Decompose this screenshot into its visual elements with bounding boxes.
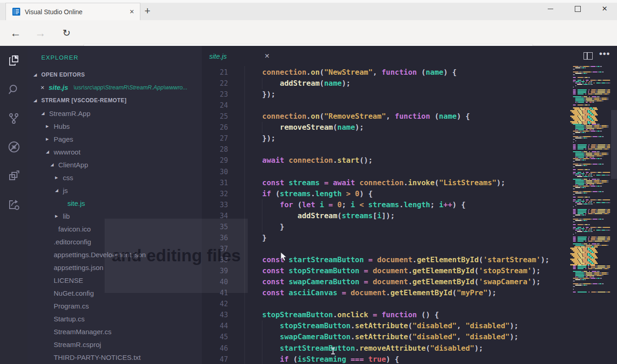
code-line[interactable]: connection.on("RemoveStream", function (… bbox=[245, 111, 470, 122]
scrollbar-thumb[interactable] bbox=[611, 110, 617, 179]
video-watermark: and editing files bbox=[105, 219, 248, 293]
code-line[interactable]: const streams = await connection.invoke(… bbox=[245, 177, 505, 188]
editor-group: site.js ✕ ••• 21222324252627282930313233… bbox=[202, 46, 617, 364]
forward-button: → bbox=[32, 20, 49, 46]
tree-item-streamr-csproj[interactable]: StreamR.csproj bbox=[28, 338, 202, 351]
tree-item-startup-cs[interactable]: Startup.cs bbox=[28, 312, 202, 325]
tree-expanded-icon[interactable]: ◢ bbox=[46, 149, 54, 154]
editor-more-actions-icon[interactable]: ••• bbox=[599, 49, 610, 59]
tree-item-label: lib bbox=[63, 212, 70, 220]
code-line[interactable]: connection.on("NewStream", function (nam… bbox=[245, 67, 456, 78]
code-line[interactable]: const asciiCanvas = document.getElementB… bbox=[245, 287, 496, 298]
search-icon[interactable] bbox=[0, 75, 28, 104]
line-number: 46 bbox=[202, 343, 228, 354]
open-editors-header[interactable]: ◢ OPEN EDITORS bbox=[28, 68, 202, 81]
code-line[interactable]: } bbox=[245, 221, 284, 232]
editor-tab-close-icon[interactable]: ✕ bbox=[264, 52, 270, 60]
text-cursor-ibeam bbox=[331, 347, 335, 355]
line-number: 33 bbox=[202, 199, 228, 210]
tree-item-label: css bbox=[63, 174, 73, 182]
tree-item-streammanager-cs[interactable]: StreamManager.cs bbox=[28, 325, 202, 338]
minimap-row bbox=[570, 292, 610, 300]
editor-tab-sitejs[interactable]: site.js ✕ bbox=[202, 46, 275, 66]
tree-item-label: NuGet.config bbox=[54, 289, 94, 297]
code-line[interactable]: const stopStreamButton = document.getEle… bbox=[245, 265, 540, 276]
tree-item-label: Program.cs bbox=[54, 302, 89, 310]
browser-tab-title: Visual Studio Online bbox=[25, 8, 129, 16]
line-number: 26 bbox=[202, 122, 228, 133]
window-close-button[interactable]: ✕ bbox=[598, 3, 611, 15]
tree-collapsed-icon[interactable]: ▶ bbox=[55, 214, 63, 218]
sidebar-title: EXPLORER bbox=[41, 54, 78, 61]
tree-item-label: THIRD-PARTY-NOTICES.txt bbox=[54, 353, 141, 361]
tab-close-icon[interactable]: ✕ bbox=[129, 8, 134, 15]
tree-item-label: site.js bbox=[67, 199, 85, 207]
tree-collapsed-icon[interactable]: ▶ bbox=[46, 137, 54, 141]
tree-item-label: Hubs bbox=[54, 122, 70, 130]
line-number: 25 bbox=[202, 111, 228, 122]
tree-collapsed-icon[interactable]: ▶ bbox=[46, 124, 54, 128]
code-line[interactable]: stopStreamButton.onclick = function () { bbox=[245, 309, 439, 320]
refresh-button[interactable]: ↻ bbox=[58, 20, 75, 46]
source-control-icon[interactable] bbox=[0, 104, 28, 132]
window-minimize-button[interactable] bbox=[544, 3, 557, 15]
line-number: 27 bbox=[202, 133, 228, 144]
tree-expanded-icon[interactable]: ◢ bbox=[50, 162, 58, 167]
open-editor-item-sitejs[interactable]: ✕ site.js \usr\src\app\StreamR\StreamR.A… bbox=[28, 82, 202, 94]
code-line[interactable]: }); bbox=[245, 133, 275, 144]
new-tab-button[interactable]: + bbox=[145, 6, 150, 16]
code-line[interactable]: removeStream(name); bbox=[245, 122, 364, 133]
tree-item-pages[interactable]: ▶Pages bbox=[28, 132, 202, 145]
code-line[interactable]: startStreamButton.removeAttribute("disab… bbox=[245, 343, 483, 354]
code-line[interactable]: }); bbox=[245, 89, 275, 100]
code-line[interactable]: addStream(streams[i]); bbox=[245, 210, 395, 221]
close-editor-icon[interactable]: ✕ bbox=[40, 85, 44, 91]
tree-item-css[interactable]: ▶css bbox=[28, 171, 202, 184]
tree-item-label: .editorconfig bbox=[54, 238, 91, 246]
remote-share-icon[interactable] bbox=[0, 190, 28, 219]
code-line[interactable]: if (streams.length > 0) { bbox=[245, 188, 372, 199]
tree-collapsed-icon[interactable]: ▶ bbox=[55, 176, 63, 180]
project-section-header[interactable]: ◢ STREAMR [VSCODE-REMOTE] bbox=[28, 94, 202, 107]
code-line[interactable]: await connection.start(); bbox=[245, 155, 372, 166]
line-number: 42 bbox=[202, 298, 228, 309]
line-number: 44 bbox=[202, 320, 228, 331]
code-line[interactable]: const startStreamButton = document.getEl… bbox=[245, 254, 550, 265]
debug-icon[interactable] bbox=[0, 132, 28, 161]
tree-item-js[interactable]: ◢js bbox=[28, 184, 202, 197]
code-line[interactable]: if (isStreaming === true) { bbox=[245, 354, 399, 364]
tree-item-hubs[interactable]: ▶Hubs bbox=[28, 120, 202, 132]
line-number: 30 bbox=[202, 166, 228, 177]
code-area[interactable]: connection.on("NewStream", function (nam… bbox=[245, 66, 567, 364]
code-line[interactable]: stopStreamButton.setAttribute("disabled"… bbox=[245, 320, 518, 331]
explorer-files-icon[interactable] bbox=[0, 46, 28, 75]
minimap[interactable] bbox=[567, 66, 610, 364]
vscode-workbench: EXPLORER ◢ OPEN EDITORS ✕ site.js \usr\s… bbox=[0, 46, 617, 364]
tree-item-program-cs[interactable]: Program.cs bbox=[28, 299, 202, 312]
line-number: 21 bbox=[202, 67, 228, 78]
browser-tab[interactable]: Visual Studio Online ✕ bbox=[6, 3, 140, 20]
split-editor-icon[interactable] bbox=[584, 52, 593, 60]
code-line[interactable]: } bbox=[245, 232, 267, 243]
open-editor-filename: site.js bbox=[49, 83, 68, 91]
code-line[interactable]: addStream(name); bbox=[245, 78, 350, 89]
code-line[interactable]: const swapCameraButton = document.getEle… bbox=[245, 276, 540, 287]
tree-expanded-icon[interactable]: ◢ bbox=[55, 188, 63, 193]
tree-item-label: js bbox=[63, 187, 68, 194]
tree-item-wwwroot[interactable]: ◢wwwroot bbox=[28, 145, 202, 158]
tree-item-third-party-notices-txt[interactable]: THIRD-PARTY-NOTICES.txt bbox=[28, 351, 202, 364]
tree-item-clientapp[interactable]: ◢ClientApp bbox=[28, 158, 202, 171]
explorer-sidebar: EXPLORER ◢ OPEN EDITORS ✕ site.js \usr\s… bbox=[28, 46, 202, 364]
code-line[interactable]: swapCameraButton.setAttribute("disabled"… bbox=[245, 331, 518, 342]
mouse-pointer bbox=[280, 252, 288, 262]
back-button[interactable]: ← bbox=[7, 20, 24, 46]
line-number: 29 bbox=[202, 155, 228, 166]
extensions-icon[interactable] bbox=[0, 161, 28, 190]
activity-bar bbox=[0, 46, 28, 364]
code-line[interactable]: for (let i = 0; i < streams.length; i++)… bbox=[245, 199, 466, 210]
tree-item-streamr-app[interactable]: ◢StreamR.App bbox=[28, 107, 202, 120]
tree-item-site-js[interactable]: site.js bbox=[28, 197, 202, 210]
tree-expanded-icon[interactable]: ◢ bbox=[41, 111, 49, 116]
window-maximize-button[interactable] bbox=[571, 3, 584, 15]
code-editor[interactable]: 2122232425262728293031323334353637383940… bbox=[202, 66, 617, 364]
